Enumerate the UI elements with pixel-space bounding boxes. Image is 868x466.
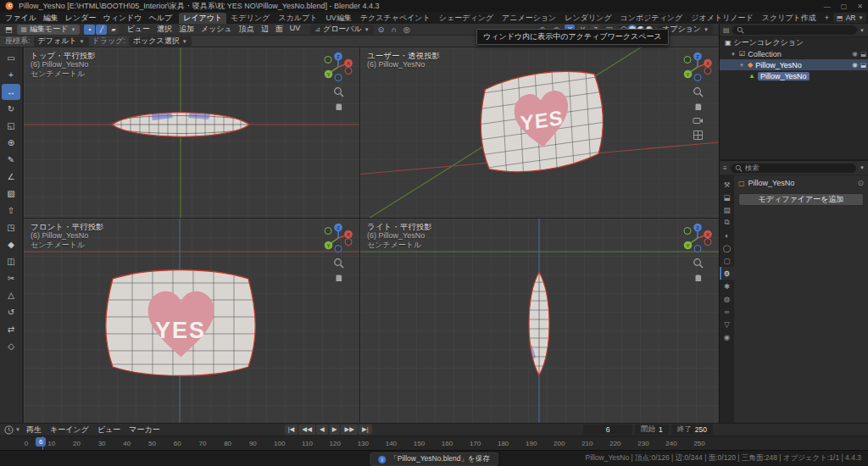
- vertex-select-button[interactable]: •: [84, 25, 95, 35]
- properties-editor-icon[interactable]: ≡: [723, 164, 727, 172]
- filter-funnel-icon[interactable]: ▼: [860, 28, 865, 33]
- edge-select-button[interactable]: ╱: [96, 25, 107, 35]
- tab-modeling[interactable]: モデリング: [226, 13, 274, 24]
- scale-tool[interactable]: ◱: [2, 118, 20, 134]
- inset-faces-tool[interactable]: ◳: [2, 219, 20, 236]
- tab-modifiers[interactable]: ⚙: [720, 267, 734, 280]
- outliner-row-mesh-data[interactable]: ▲ Pillow_YesNo: [720, 70, 868, 81]
- expand-icon[interactable]: ▼: [738, 63, 745, 68]
- tab-sculpting[interactable]: スカルプト: [274, 13, 321, 24]
- orientation-dropdown[interactable]: ⊿ グローバル ▼: [310, 25, 374, 35]
- tab-view-layer[interactable]: ⧉: [720, 216, 734, 229]
- menubar-item[interactable]: レンダー: [62, 13, 100, 24]
- current-frame-field[interactable]: 6: [583, 424, 632, 435]
- expand-icon[interactable]: ▼: [730, 52, 737, 57]
- outliner-row-object[interactable]: ▼ ◆ Pillow_YesNo ◉⬓: [720, 59, 868, 70]
- tab-compositing[interactable]: コンポジティング: [616, 13, 687, 24]
- knife-tool[interactable]: ✂: [2, 270, 20, 286]
- tab-material[interactable]: ◉: [720, 330, 734, 343]
- timeline-ruler[interactable]: 0102030405060708090100110120130140150160…: [0, 435, 868, 450]
- rotate-tool[interactable]: ↻: [2, 101, 20, 117]
- navigation-gizmo[interactable]: ZXY: [322, 222, 354, 254]
- jump-to-end-button[interactable]: ▶|: [359, 424, 372, 435]
- pan-hand-icon[interactable]: [693, 272, 704, 283]
- play-button[interactable]: ▶: [329, 424, 341, 435]
- navigation-gizmo[interactable]: ZXY: [682, 222, 714, 254]
- tab-uv-editing[interactable]: UV編集: [321, 13, 356, 24]
- mode-dropdown[interactable]: ▦ 編集モード ▼: [17, 25, 81, 35]
- menubar-item[interactable]: 編集: [40, 13, 62, 24]
- tab-shading[interactable]: シェーディング: [435, 13, 498, 24]
- tab-physics[interactable]: ◍: [720, 292, 734, 305]
- close-button[interactable]: ✕: [857, 3, 863, 10]
- pan-hand-icon[interactable]: [693, 101, 704, 112]
- menubar-item[interactable]: ヘルプ: [146, 13, 176, 24]
- disable-render-icon[interactable]: ⬓: [860, 50, 866, 58]
- poly-build-tool[interactable]: △: [2, 287, 20, 303]
- loop-cut-tool[interactable]: ◫: [2, 253, 20, 269]
- menubar-item[interactable]: ウィンドウ: [99, 13, 145, 24]
- timeline-editor-icon[interactable]: [4, 425, 14, 435]
- outliner-row-scene-collection[interactable]: ▣ シーンコレクション: [720, 37, 868, 48]
- viewport-menu-item[interactable]: ビュー: [123, 24, 153, 35]
- tab-output[interactable]: ▤: [720, 203, 734, 216]
- editor-type-icon[interactable]: ⬒: [3, 25, 15, 34]
- pan-hand-icon[interactable]: [333, 101, 344, 112]
- viewport-right[interactable]: ライト・平行投影 (6) Pillow_YesNo センチメートル ZXY: [360, 219, 719, 423]
- outliner-editor-icon[interactable]: ▤: [723, 26, 730, 34]
- viewport-menu-item[interactable]: UV: [287, 24, 304, 35]
- tab-object[interactable]: ▢: [720, 254, 734, 267]
- properties-search[interactable]: [731, 164, 856, 173]
- tab-geometry-nodes[interactable]: ジオメトリノード: [687, 13, 757, 24]
- timeline-menu-item[interactable]: ビュー: [93, 424, 125, 435]
- minimize-button[interactable]: —: [824, 3, 831, 10]
- jump-to-start-button[interactable]: |◀: [285, 424, 298, 435]
- zoom-icon[interactable]: [333, 258, 344, 269]
- zoom-icon[interactable]: [333, 86, 344, 97]
- drag-dropdown[interactable]: ボックス選択 ▼: [129, 36, 192, 47]
- properties-search-input[interactable]: [745, 164, 852, 172]
- tab-scene[interactable]: ◐: [720, 229, 734, 241]
- save-notification[interactable]: i 「Pillow_YesNo.blend」を保存: [370, 452, 498, 466]
- maximize-button[interactable]: ▢: [841, 3, 848, 10]
- bevel-tool[interactable]: ◆: [2, 236, 20, 252]
- outliner-row-collection[interactable]: ▼ ☑ Collection ◉⬓: [720, 48, 868, 59]
- transform-tool[interactable]: ⊕: [2, 135, 20, 151]
- tab-rendering[interactable]: レンダリング: [560, 13, 615, 24]
- navigation-gizmo[interactable]: ZXY: [322, 51, 354, 83]
- hide-eye-icon[interactable]: ◉: [852, 61, 858, 69]
- add-cube-tool[interactable]: ▧: [2, 186, 20, 202]
- zoom-icon[interactable]: [693, 86, 704, 97]
- toggle-perspective-grid-icon[interactable]: [693, 130, 704, 141]
- add-workspace-button[interactable]: +: [821, 13, 833, 24]
- timeline-menu-item[interactable]: マーカー: [125, 424, 164, 435]
- tab-animation[interactable]: アニメーション: [498, 13, 560, 24]
- pin-icon[interactable]: ⊙: [857, 179, 864, 187]
- tab-active-tool[interactable]: ⚒: [720, 178, 734, 191]
- navigation-gizmo[interactable]: ZXY: [682, 51, 714, 83]
- tab-world[interactable]: ◯: [720, 241, 734, 254]
- timeline-menu-item[interactable]: キーイング: [46, 424, 93, 435]
- shrink-flatten-tool[interactable]: ◇: [2, 338, 20, 354]
- outliner-search[interactable]: [732, 25, 857, 35]
- timeline-menu-item[interactable]: 再生: [22, 424, 46, 435]
- next-keyframe-button[interactable]: ▶▶: [341, 424, 358, 435]
- filter-funnel-icon[interactable]: ▼: [860, 165, 865, 170]
- menubar-item[interactable]: ファイル: [2, 13, 40, 24]
- viewport-menu-item[interactable]: 頂点: [236, 24, 258, 35]
- disable-render-icon[interactable]: ⬓: [860, 61, 866, 69]
- measure-tool[interactable]: ∠: [2, 169, 20, 185]
- annotate-tool[interactable]: ✎: [2, 152, 20, 168]
- viewport-menu-item[interactable]: 追加: [175, 24, 198, 35]
- previous-keyframe-button[interactable]: ◀◀: [298, 424, 315, 435]
- tab-object-data[interactable]: ▽: [720, 318, 734, 330]
- tab-particles[interactable]: ✱: [720, 280, 734, 292]
- cursor-tool[interactable]: +: [2, 67, 20, 83]
- viewport-menu-item[interactable]: メッシュ: [198, 24, 236, 35]
- move-tool[interactable]: ↔: [2, 84, 20, 100]
- tab-constraints[interactable]: ∞: [720, 305, 734, 318]
- tab-scripting[interactable]: スクリプト作成: [758, 13, 821, 24]
- select-box-tool[interactable]: ▭: [2, 50, 20, 66]
- add-modifier-button[interactable]: モディファイアーを追加: [738, 193, 864, 206]
- scene-switcher[interactable]: ⬒ AR ▼: [833, 13, 866, 23]
